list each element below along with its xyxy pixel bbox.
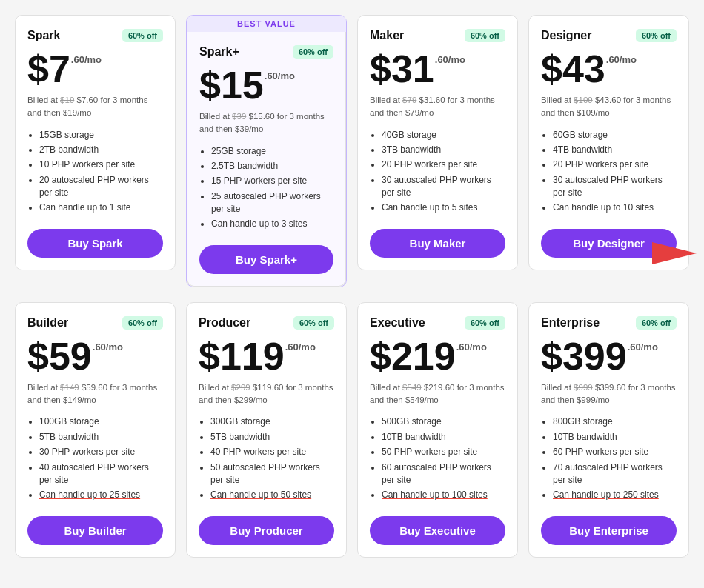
feature-item: 100GB storage xyxy=(39,415,163,428)
billing-strike-maker: $79 xyxy=(402,96,416,104)
feature-item: 60GB storage xyxy=(553,129,677,141)
plan-card-producer: Producer 60% off $119 .60/mo Billed at $… xyxy=(186,302,347,558)
plan-card-enterprise: Enterprise 60% off $399 .60/mo Billed at… xyxy=(528,302,689,558)
billing-builder: Billed at $149 $59.60 for 3 months and t… xyxy=(27,381,163,407)
plan-name-producer: Producer xyxy=(199,316,250,330)
plan-card-wrapper-executive: Executive 60% off $219 .60/mo Billed at … xyxy=(357,302,518,558)
billing-strike-enterprise: $999 xyxy=(574,383,593,392)
feature-item: 40 PHP workers per site xyxy=(210,446,334,458)
price-builder: $59 xyxy=(27,337,92,375)
features-spark-plus: 25GB storage 2.5TB bandwidth 15 PHP work… xyxy=(199,145,333,233)
billing-executive: Billed at $549 $219.60 for 3 months and … xyxy=(370,381,505,407)
feature-item: 3TB bandwidth xyxy=(382,144,505,156)
price-suffix-producer: .60/mo xyxy=(285,341,316,353)
plan-card-maker: Maker 60% off $31 .60/mo Billed at $79 $… xyxy=(357,15,518,270)
feature-item-handle: Can handle up to 100 sites xyxy=(382,489,505,501)
price-executive: $219 xyxy=(370,337,456,375)
badge-executive: 60% off xyxy=(465,316,505,330)
price-block-spark-plus: $15 .60/mo xyxy=(199,66,333,104)
buy-builder-button[interactable]: Buy Builder xyxy=(27,516,163,545)
features-designer: 60GB storage 4TB bandwidth 20 PHP worker… xyxy=(541,129,677,217)
billing-strike-builder: $149 xyxy=(60,383,79,392)
plan-card-executive: Executive 60% off $219 .60/mo Billed at … xyxy=(357,302,518,558)
billing-designer: Billed at $109 $43.60 for 3 months and t… xyxy=(541,94,677,120)
pricing-row-1: Spark 60% off $7 .60/mo Billed at $19 $7… xyxy=(15,15,689,287)
plan-card-wrapper-producer: Producer 60% off $119 .60/mo Billed at $… xyxy=(186,302,347,558)
plan-name-executive: Executive xyxy=(370,316,425,330)
features-producer: 300GB storage 5TB bandwidth 40 PHP worke… xyxy=(199,415,334,504)
plan-card-wrapper-designer: Designer 60% off $43 .60/mo Billed at $1… xyxy=(528,15,689,287)
feature-item: 4TB bandwidth xyxy=(553,144,677,156)
buy-spark-plus-button[interactable]: Buy Spark+ xyxy=(199,245,333,274)
card-header-spark: Spark 60% off xyxy=(27,29,163,42)
price-spark: $7 xyxy=(27,50,70,88)
feature-item: 2TB bandwidth xyxy=(39,144,163,156)
feature-item: Can handle up to 10 sites xyxy=(553,201,677,214)
price-block-designer: $43 .60/mo xyxy=(541,50,677,88)
price-block-producer: $119 .60/mo xyxy=(199,337,334,375)
card-header-producer: Producer 60% off xyxy=(199,316,334,330)
feature-item: 10TB bandwidth xyxy=(553,431,677,444)
feature-item: 20 PHP workers per site xyxy=(382,158,505,171)
badge-builder: 60% off xyxy=(122,316,163,330)
feature-item: 60 autoscaled PHP workers per site xyxy=(382,461,505,487)
card-header-designer: Designer 60% off xyxy=(541,29,677,42)
feature-item: 2.5TB bandwidth xyxy=(211,160,333,173)
features-spark: 15GB storage 2TB bandwidth 10 PHP worker… xyxy=(27,129,163,217)
price-suffix-enterprise: .60/mo xyxy=(628,341,658,353)
price-suffix-spark-plus: .60/mo xyxy=(265,70,295,81)
feature-item: 500GB storage xyxy=(382,415,505,428)
billing-spark: Billed at $19 $7.60 for 3 months and the… xyxy=(27,94,163,120)
card-header-maker: Maker 60% off xyxy=(370,29,505,42)
feature-item: 30 autoscaled PHP workers per site xyxy=(382,174,505,200)
price-spark-plus: $15 xyxy=(199,66,264,104)
feature-item-handle: Can handle up to 50 sites xyxy=(210,489,334,501)
price-block-maker: $31 .60/mo xyxy=(370,50,505,88)
price-suffix-executive: .60/mo xyxy=(456,341,487,353)
arrow-indicator xyxy=(652,242,697,267)
feature-item-handle: Can handle up to 250 sites xyxy=(553,489,677,501)
price-block-spark: $7 .60/mo xyxy=(27,50,163,88)
feature-item: 15GB storage xyxy=(39,129,163,141)
card-header-spark-plus: Spark+ 60% off xyxy=(199,45,333,59)
features-enterprise: 800GB storage 10TB bandwidth 60 PHP work… xyxy=(541,415,677,504)
badge-spark-plus: 60% off xyxy=(293,45,333,59)
badge-designer: 60% off xyxy=(636,29,677,42)
feature-item: 25GB storage xyxy=(211,145,333,158)
feature-item: Can handle up to 5 sites xyxy=(382,201,505,214)
card-header-builder: Builder 60% off xyxy=(27,316,163,330)
billing-strike-designer: $109 xyxy=(574,96,593,104)
price-block-builder: $59 .60/mo xyxy=(27,337,163,375)
billing-strike-executive: $549 xyxy=(402,383,422,392)
buy-producer-button[interactable]: Buy Producer xyxy=(199,516,334,545)
buy-executive-button[interactable]: Buy Executive xyxy=(370,516,505,545)
billing-strike-producer: $299 xyxy=(231,383,250,392)
feature-item: 5TB bandwidth xyxy=(39,431,163,444)
feature-item: 20 PHP workers per site xyxy=(553,158,677,171)
buy-enterprise-button[interactable]: Buy Enterprise xyxy=(541,516,677,545)
plan-card-builder: Builder 60% off $59 .60/mo Billed at $14… xyxy=(15,302,176,558)
feature-item: 800GB storage xyxy=(553,415,677,428)
plan-name-builder: Builder xyxy=(27,316,68,330)
card-header-executive: Executive 60% off xyxy=(370,316,505,330)
feature-item: 5TB bandwidth xyxy=(210,431,334,444)
price-suffix-maker: .60/mo xyxy=(435,54,465,65)
buy-maker-button[interactable]: Buy Maker xyxy=(370,229,505,258)
feature-item: 30 PHP workers per site xyxy=(39,446,163,458)
billing-strike-spark: $19 xyxy=(60,96,74,104)
price-suffix-designer: .60/mo xyxy=(606,54,637,65)
best-value-label: BEST VALUE xyxy=(187,16,346,32)
feature-item: Can handle up to 3 sites xyxy=(211,218,333,230)
plan-card-wrapper-maker: Maker 60% off $31 .60/mo Billed at $79 $… xyxy=(357,15,518,287)
feature-item: 30 autoscaled PHP workers per site xyxy=(553,174,677,200)
features-builder: 100GB storage 5TB bandwidth 30 PHP worke… xyxy=(27,415,163,504)
price-enterprise: $399 xyxy=(541,337,627,375)
badge-enterprise: 60% off xyxy=(636,316,677,330)
feature-item: 40 autoscaled PHP workers per site xyxy=(39,461,163,487)
billing-strike-spark-plus: $39 xyxy=(232,112,246,121)
feature-item: 10TB bandwidth xyxy=(382,431,505,444)
card-header-enterprise: Enterprise 60% off xyxy=(541,316,677,330)
buy-spark-button[interactable]: Buy Spark xyxy=(27,229,163,258)
feature-item: Can handle up to 1 site xyxy=(39,201,163,214)
feature-item: 20 autoscaled PHP workers per site xyxy=(39,174,163,200)
